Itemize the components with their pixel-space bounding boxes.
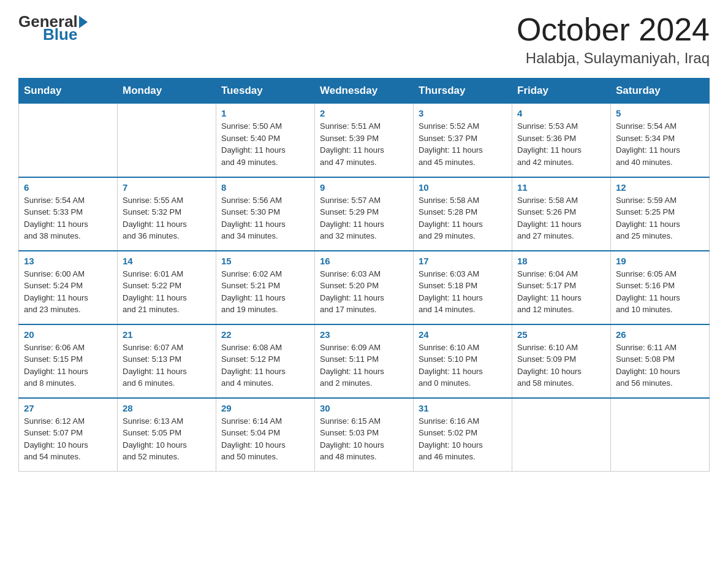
day-info: Sunrise: 6:01 AM Sunset: 5:22 PM Dayligh… [123, 268, 211, 316]
calendar-cell: 10Sunrise: 5:58 AM Sunset: 5:28 PM Dayli… [414, 177, 512, 251]
calendar-cell [512, 398, 611, 472]
calendar-cell: 23Sunrise: 6:09 AM Sunset: 5:11 PM Dayli… [315, 324, 414, 398]
day-info: Sunrise: 5:54 AM Sunset: 5:33 PM Dayligh… [24, 194, 112, 242]
location-title: Halabja, Sulaymaniyah, Iraq [517, 50, 710, 67]
calendar-cell: 1Sunrise: 5:50 AM Sunset: 5:40 PM Daylig… [216, 104, 315, 177]
day-info: Sunrise: 6:03 AM Sunset: 5:20 PM Dayligh… [320, 268, 408, 316]
day-number: 20 [24, 329, 112, 340]
day-info: Sunrise: 6:07 AM Sunset: 5:13 PM Dayligh… [123, 342, 211, 389]
calendar-cell: 13Sunrise: 6:00 AM Sunset: 5:24 PM Dayli… [19, 251, 118, 324]
day-info: Sunrise: 6:06 AM Sunset: 5:15 PM Dayligh… [24, 342, 112, 389]
weekday-header-thursday: Thursday [414, 79, 512, 104]
day-number: 29 [221, 403, 309, 413]
day-info: Sunrise: 5:52 AM Sunset: 5:37 PM Dayligh… [419, 120, 507, 168]
day-info: Sunrise: 5:58 AM Sunset: 5:26 PM Dayligh… [517, 194, 605, 242]
calendar-cell [19, 104, 118, 177]
day-number: 10 [419, 182, 507, 193]
day-info: Sunrise: 5:54 AM Sunset: 5:34 PM Dayligh… [616, 120, 704, 168]
day-info: Sunrise: 5:57 AM Sunset: 5:29 PM Dayligh… [320, 194, 408, 242]
logo-blue-text: Blue [43, 25, 77, 44]
month-title: October 2024 [517, 12, 710, 47]
day-number: 23 [320, 329, 408, 340]
calendar-cell: 20Sunrise: 6:06 AM Sunset: 5:15 PM Dayli… [19, 324, 118, 398]
calendar-cell: 27Sunrise: 6:12 AM Sunset: 5:07 PM Dayli… [19, 398, 118, 472]
calendar-table: SundayMondayTuesdayWednesdayThursdayFrid… [18, 78, 710, 472]
logo-arrow-icon [79, 16, 88, 28]
calendar-cell: 17Sunrise: 6:03 AM Sunset: 5:18 PM Dayli… [414, 251, 512, 324]
day-info: Sunrise: 5:56 AM Sunset: 5:30 PM Dayligh… [221, 194, 309, 242]
day-info: Sunrise: 5:50 AM Sunset: 5:40 PM Dayligh… [221, 120, 309, 168]
day-number: 7 [123, 182, 211, 193]
title-block: October 2024 Halabja, Sulaymaniyah, Iraq [517, 12, 710, 67]
day-number: 31 [419, 403, 507, 413]
calendar-cell: 2Sunrise: 5:51 AM Sunset: 5:39 PM Daylig… [315, 104, 414, 177]
day-number: 27 [24, 403, 112, 413]
calendar-cell: 8Sunrise: 5:56 AM Sunset: 5:30 PM Daylig… [216, 177, 315, 251]
calendar-cell: 12Sunrise: 5:59 AM Sunset: 5:25 PM Dayli… [611, 177, 710, 251]
week-row-3: 13Sunrise: 6:00 AM Sunset: 5:24 PM Dayli… [19, 251, 710, 324]
day-number: 17 [419, 256, 507, 266]
weekday-header-friday: Friday [512, 79, 611, 104]
calendar-cell: 30Sunrise: 6:15 AM Sunset: 5:03 PM Dayli… [315, 398, 414, 472]
calendar-cell: 24Sunrise: 6:10 AM Sunset: 5:10 PM Dayli… [414, 324, 512, 398]
calendar-cell [118, 104, 216, 177]
weekday-header-tuesday: Tuesday [216, 79, 315, 104]
calendar-cell: 14Sunrise: 6:01 AM Sunset: 5:22 PM Dayli… [118, 251, 216, 324]
day-number: 6 [24, 182, 112, 193]
day-number: 11 [517, 182, 605, 193]
day-number: 9 [320, 182, 408, 193]
day-number: 4 [517, 108, 605, 118]
day-number: 8 [221, 182, 309, 193]
week-row-5: 27Sunrise: 6:12 AM Sunset: 5:07 PM Dayli… [19, 398, 710, 472]
day-number: 3 [419, 108, 507, 118]
day-number: 21 [123, 329, 211, 340]
calendar-cell: 26Sunrise: 6:11 AM Sunset: 5:08 PM Dayli… [611, 324, 710, 398]
calendar-cell: 5Sunrise: 5:54 AM Sunset: 5:34 PM Daylig… [611, 104, 710, 177]
day-number: 16 [320, 256, 408, 266]
day-info: Sunrise: 6:16 AM Sunset: 5:02 PM Dayligh… [419, 415, 507, 463]
day-info: Sunrise: 6:13 AM Sunset: 5:05 PM Dayligh… [123, 415, 211, 463]
day-number: 24 [419, 329, 507, 340]
day-info: Sunrise: 6:00 AM Sunset: 5:24 PM Dayligh… [24, 268, 112, 316]
day-info: Sunrise: 6:08 AM Sunset: 5:12 PM Dayligh… [221, 342, 309, 389]
day-number: 1 [221, 108, 309, 118]
calendar-cell [611, 398, 710, 472]
calendar-cell: 4Sunrise: 5:53 AM Sunset: 5:36 PM Daylig… [512, 104, 611, 177]
calendar-cell: 19Sunrise: 6:05 AM Sunset: 5:16 PM Dayli… [611, 251, 710, 324]
day-info: Sunrise: 5:59 AM Sunset: 5:25 PM Dayligh… [616, 194, 704, 242]
week-row-1: 1Sunrise: 5:50 AM Sunset: 5:40 PM Daylig… [19, 104, 710, 177]
day-info: Sunrise: 6:10 AM Sunset: 5:10 PM Dayligh… [419, 342, 507, 389]
day-info: Sunrise: 6:11 AM Sunset: 5:08 PM Dayligh… [616, 342, 704, 389]
day-number: 28 [123, 403, 211, 413]
calendar-cell: 29Sunrise: 6:14 AM Sunset: 5:04 PM Dayli… [216, 398, 315, 472]
calendar-cell: 15Sunrise: 6:02 AM Sunset: 5:21 PM Dayli… [216, 251, 315, 324]
day-number: 15 [221, 256, 309, 266]
day-number: 26 [616, 329, 704, 340]
day-info: Sunrise: 6:15 AM Sunset: 5:03 PM Dayligh… [320, 415, 408, 463]
calendar-cell: 6Sunrise: 5:54 AM Sunset: 5:33 PM Daylig… [19, 177, 118, 251]
day-info: Sunrise: 6:12 AM Sunset: 5:07 PM Dayligh… [24, 415, 112, 463]
day-number: 13 [24, 256, 112, 266]
day-info: Sunrise: 6:02 AM Sunset: 5:21 PM Dayligh… [221, 268, 309, 316]
logo: General Blue [18, 12, 89, 44]
week-row-2: 6Sunrise: 5:54 AM Sunset: 5:33 PM Daylig… [19, 177, 710, 251]
day-info: Sunrise: 6:03 AM Sunset: 5:18 PM Dayligh… [419, 268, 507, 316]
day-number: 12 [616, 182, 704, 193]
day-info: Sunrise: 6:05 AM Sunset: 5:16 PM Dayligh… [616, 268, 704, 316]
day-info: Sunrise: 6:04 AM Sunset: 5:17 PM Dayligh… [517, 268, 605, 316]
day-info: Sunrise: 6:14 AM Sunset: 5:04 PM Dayligh… [221, 415, 309, 463]
weekday-header-row: SundayMondayTuesdayWednesdayThursdayFrid… [19, 79, 710, 104]
page-header: General Blue October 2024 Halabja, Sulay… [18, 12, 710, 67]
day-info: Sunrise: 5:55 AM Sunset: 5:32 PM Dayligh… [123, 194, 211, 242]
weekday-header-monday: Monday [118, 79, 216, 104]
calendar-cell: 9Sunrise: 5:57 AM Sunset: 5:29 PM Daylig… [315, 177, 414, 251]
calendar-cell: 11Sunrise: 5:58 AM Sunset: 5:26 PM Dayli… [512, 177, 611, 251]
day-info: Sunrise: 5:51 AM Sunset: 5:39 PM Dayligh… [320, 120, 408, 168]
day-info: Sunrise: 5:53 AM Sunset: 5:36 PM Dayligh… [517, 120, 605, 168]
calendar-cell: 16Sunrise: 6:03 AM Sunset: 5:20 PM Dayli… [315, 251, 414, 324]
day-number: 25 [517, 329, 605, 340]
day-number: 18 [517, 256, 605, 266]
day-info: Sunrise: 6:09 AM Sunset: 5:11 PM Dayligh… [320, 342, 408, 389]
day-number: 30 [320, 403, 408, 413]
week-row-4: 20Sunrise: 6:06 AM Sunset: 5:15 PM Dayli… [19, 324, 710, 398]
